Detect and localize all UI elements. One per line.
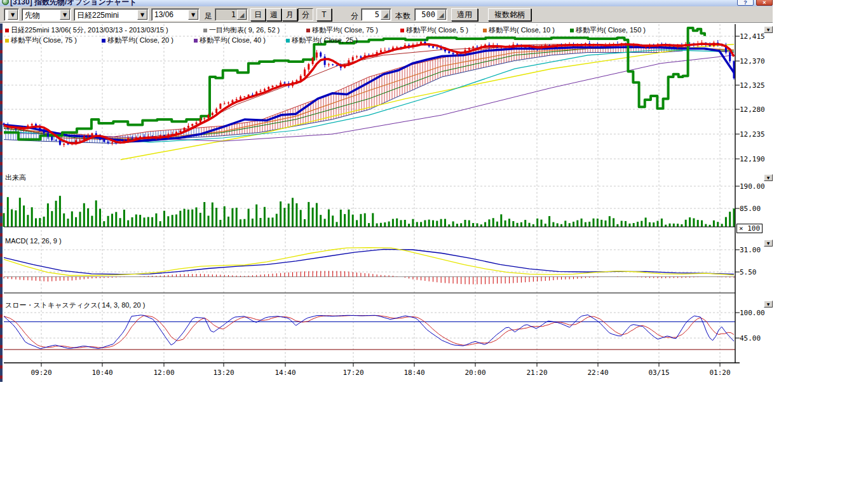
count-label: 本数	[395, 11, 410, 22]
chart-window: [3130] 指数先物/オプションチャート ? × ▼ 先物 ▼ 日経225mi…	[0, 0, 773, 382]
toolbar: ▼ 先物 ▼ 日経225mini ▼ 13/06 ▼ 足 ◢ 日 週 月 分 T…	[0, 6, 773, 23]
title-bar[interactable]: [3130] 指数先物/オプションチャート ? ×	[0, 0, 773, 6]
bar-count-input[interactable]	[217, 10, 236, 20]
close-button[interactable]: ×	[756, 0, 773, 6]
app-icon	[2, 0, 9, 5]
period-button-tick[interactable]: T	[316, 8, 332, 21]
period-button-minute[interactable]: 分	[298, 8, 313, 21]
minute-input[interactable]	[363, 10, 379, 20]
symbol-value: 日経225mini	[77, 10, 119, 21]
spinner-icon[interactable]: ◢	[381, 10, 390, 20]
period-button-day[interactable]: 日	[250, 8, 266, 21]
category-value: 先物	[25, 10, 40, 21]
apply-button[interactable]: 適用	[451, 8, 478, 21]
chevron-down-icon[interactable]: ▼	[137, 10, 147, 20]
bar-count-spinner[interactable]: ◢	[215, 8, 248, 21]
chevron-down-icon[interactable]: ▼	[60, 10, 70, 20]
period-button-month[interactable]: 月	[282, 8, 297, 21]
minute-label: 分	[351, 11, 358, 22]
bar-label: 足	[205, 11, 212, 22]
period-button-week[interactable]: 週	[266, 8, 281, 21]
chart-canvas[interactable]	[0, 0, 773, 382]
symbol-combo[interactable]: 日経225mini ▼	[74, 8, 149, 21]
chart-type-combo[interactable]: ▼	[4, 8, 19, 21]
pane-menu-button[interactable]: ▼	[764, 174, 773, 181]
chevron-down-icon[interactable]: ▼	[8, 10, 18, 20]
chevron-down-icon[interactable]: ▼	[188, 10, 198, 20]
pane-menu-button[interactable]: ▼	[764, 240, 773, 247]
minute-spinner[interactable]: ◢	[361, 8, 391, 21]
window-left-border	[0, 23, 3, 382]
multi-symbol-button[interactable]: 複数銘柄	[488, 8, 531, 21]
spinner-icon[interactable]: ◢	[437, 10, 446, 20]
contract-value: 13/06	[154, 10, 173, 19]
category-combo[interactable]: 先物 ▼	[22, 8, 71, 21]
contract-combo[interactable]: 13/06 ▼	[151, 8, 200, 21]
pane-menu-button[interactable]: ▼	[764, 26, 773, 33]
pane-menu-button[interactable]: ▼	[764, 301, 773, 308]
spinner-icon[interactable]: ◢	[237, 10, 247, 20]
bars-input[interactable]	[416, 10, 435, 20]
help-button[interactable]: ?	[737, 0, 754, 6]
bars-spinner[interactable]: ◢	[414, 8, 447, 21]
window-title: [3130] 指数先物/オプションチャート	[10, 0, 137, 6]
